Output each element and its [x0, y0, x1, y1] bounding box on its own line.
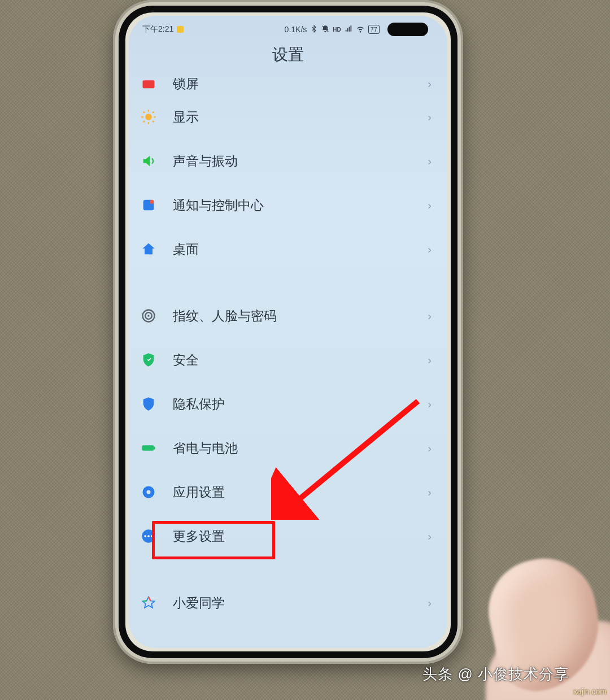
settings-item-apps[interactable]: 应用设置 ›: [136, 470, 441, 514]
settings-item-label: 桌面: [173, 241, 199, 258]
chevron-right-icon: ›: [428, 310, 432, 323]
settings-item-label: 安全: [173, 351, 199, 369]
settings-item-label: 通知与控制中心: [173, 197, 264, 214]
ai-assistant-icon: [139, 593, 158, 612]
sound-icon: [139, 151, 158, 171]
settings-item-label: 隐私保护: [173, 395, 225, 413]
svg-point-21: [144, 535, 146, 537]
lockscreen-icon: [139, 74, 158, 93]
home-icon: [139, 240, 158, 259]
fingerprint-icon: [139, 306, 158, 325]
wifi-icon: [356, 24, 365, 35]
bluetooth-icon: [310, 25, 318, 34]
chevron-right-icon: ›: [428, 199, 432, 212]
more-icon: [139, 527, 158, 546]
svg-point-12: [150, 200, 154, 204]
settings-item-label: 显示: [173, 108, 199, 126]
svg-point-22: [147, 535, 150, 537]
phone-frame: 下午2:21 0.1K/s HD 77: [113, 0, 463, 664]
chevron-right-icon: ›: [428, 243, 432, 256]
settings-item-privacy[interactable]: 隐私保护 ›: [136, 382, 441, 426]
battery-icon: [139, 438, 158, 458]
svg-line-10: [152, 112, 154, 113]
chevron-right-icon: ›: [428, 398, 432, 411]
section-gap: [136, 558, 441, 581]
display-icon: [139, 107, 158, 127]
notifications-icon: [139, 195, 158, 215]
front-camera-cutout: [387, 23, 428, 36]
watermark-text: 头条 @ 小俊技术分享: [422, 664, 569, 684]
chevron-right-icon: ›: [428, 111, 432, 124]
settings-item-label: 更多设置: [173, 528, 225, 545]
chevron-right-icon: ›: [428, 155, 432, 168]
chevron-right-icon: ›: [428, 442, 432, 455]
settings-list: 锁屏 › 显示 › 声音与振动 › 通知: [136, 72, 441, 648]
settings-item-label: 指纹、人脸与密码: [173, 307, 277, 325]
status-net-speed: 0.1K/s: [285, 25, 307, 34]
settings-item-sound[interactable]: 声音与振动 ›: [136, 139, 441, 183]
svg-rect-16: [142, 445, 154, 450]
chevron-right-icon: ›: [428, 354, 432, 367]
svg-point-19: [147, 490, 151, 494]
settings-item-home[interactable]: 桌面 ›: [136, 227, 441, 271]
settings-item-label: 声音与振动: [173, 153, 238, 170]
settings-item-security[interactable]: 安全 ›: [136, 338, 441, 382]
hd-icon: HD: [333, 27, 341, 33]
gear-icon: [139, 482, 158, 502]
page-title: 设置: [129, 44, 447, 66]
svg-rect-1: [143, 80, 155, 88]
svg-line-9: [143, 121, 145, 122]
dnd-icon: [321, 25, 329, 34]
status-time: 下午2:21: [142, 24, 173, 34]
settings-item-battery[interactable]: 省电与电池 ›: [136, 426, 441, 470]
settings-item-notifications[interactable]: 通知与控制中心 ›: [136, 183, 441, 227]
signal-icon: [345, 25, 352, 34]
shield-icon: [139, 350, 158, 369]
svg-line-8: [152, 121, 154, 122]
chevron-right-icon: ›: [428, 530, 432, 543]
svg-point-15: [147, 315, 150, 317]
settings-item-label: 小爱同学: [173, 594, 225, 612]
svg-point-2: [145, 114, 152, 120]
svg-point-23: [151, 535, 153, 537]
settings-item-display[interactable]: 显示 ›: [136, 95, 441, 139]
battery-level: 77: [371, 26, 377, 33]
phone-screen: 下午2:21 0.1K/s HD 77: [129, 16, 447, 648]
settings-item-label: 应用设置: [173, 484, 225, 501]
status-bar: 下午2:21 0.1K/s HD 77: [142, 21, 380, 37]
chevron-right-icon: ›: [428, 77, 432, 90]
settings-item-more[interactable]: 更多设置 ›: [136, 514, 441, 558]
svg-rect-17: [154, 447, 155, 450]
settings-item-lockscreen[interactable]: 锁屏 ›: [136, 72, 441, 95]
section-gap: [136, 271, 441, 294]
site-watermark: xajin.com: [573, 687, 607, 697]
svg-line-7: [143, 112, 145, 113]
settings-item-xiaoai[interactable]: 小爱同学 ›: [136, 581, 441, 625]
settings-item-biometrics[interactable]: 指纹、人脸与密码 ›: [136, 294, 441, 338]
settings-item-label: 省电与电池: [173, 440, 238, 457]
chevron-right-icon: ›: [428, 486, 432, 499]
battery-indicator: 77: [368, 25, 380, 34]
status-chip-icon: [177, 26, 184, 33]
privacy-icon: [139, 394, 158, 414]
settings-item-label: 锁屏: [173, 75, 199, 93]
chevron-right-icon: ›: [428, 597, 432, 610]
